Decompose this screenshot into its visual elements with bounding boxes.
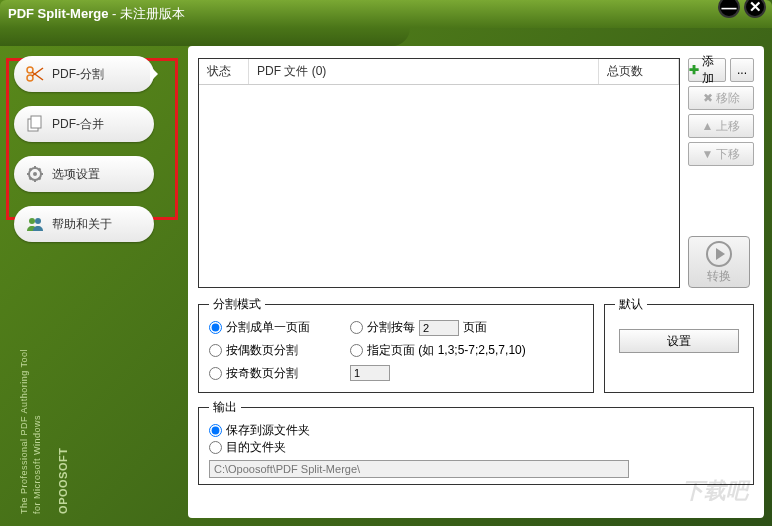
radio-single-page[interactable]: 分割成单一页面 bbox=[209, 319, 310, 336]
radio-every-n[interactable]: 分割按每 页面 bbox=[350, 319, 526, 336]
settings-button[interactable]: 设置 bbox=[619, 329, 739, 353]
radio-save-dest[interactable]: 目的文件夹 bbox=[209, 439, 743, 456]
move-down-button[interactable]: ▼ 下移 bbox=[688, 142, 754, 166]
svg-rect-5 bbox=[31, 116, 41, 128]
output-legend: 输出 bbox=[209, 399, 241, 416]
gear-icon bbox=[24, 163, 46, 185]
scissors-icon bbox=[24, 63, 46, 85]
titlebar: PDF Split-Merge - 未注册版本 — ✕ bbox=[0, 0, 772, 28]
move-up-button[interactable]: ▲ 上移 bbox=[688, 114, 754, 138]
svg-marker-11 bbox=[716, 248, 725, 260]
split-legend: 分割模式 bbox=[209, 296, 265, 313]
svg-point-7 bbox=[33, 172, 37, 176]
remove-button[interactable]: ✖ 移除 bbox=[688, 86, 754, 110]
radio-even-pages[interactable]: 按偶数页分割 bbox=[209, 342, 310, 359]
close-button[interactable]: ✕ bbox=[744, 0, 766, 18]
minimize-button[interactable]: — bbox=[718, 0, 740, 18]
output-path-input[interactable] bbox=[209, 460, 629, 478]
nav-label: PDF-合并 bbox=[52, 116, 104, 133]
documents-icon bbox=[24, 113, 46, 135]
nav-split[interactable]: PDF-分割 bbox=[14, 56, 154, 92]
col-status[interactable]: 状态 bbox=[199, 59, 249, 84]
radio-odd-pages[interactable]: 按奇数页分割 bbox=[209, 365, 310, 382]
col-pages[interactable]: 总页数 bbox=[599, 59, 679, 84]
nav-label: PDF-分割 bbox=[52, 66, 104, 83]
add-more-button[interactable]: ... bbox=[730, 58, 754, 82]
nav-merge[interactable]: PDF-合并 bbox=[14, 106, 154, 142]
col-file[interactable]: PDF 文件 (0) bbox=[249, 59, 599, 84]
window-title: PDF Split-Merge - 未注册版本 bbox=[8, 5, 185, 23]
file-list[interactable]: 状态 PDF 文件 (0) 总页数 bbox=[198, 58, 680, 288]
vertical-branding: The Professional PDF Authoring Tool for … bbox=[18, 349, 71, 514]
svg-point-8 bbox=[29, 218, 35, 224]
add-button[interactable]: ✚ 添加 bbox=[688, 58, 726, 82]
default-group: 默认 设置 bbox=[604, 296, 754, 393]
people-icon bbox=[24, 213, 46, 235]
split-mode-group: 分割模式 分割成单一页面 按偶数页分割 按奇数页分割 分割按每 页面 bbox=[198, 296, 594, 393]
output-group: 输出 保存到源文件夹 目的文件夹 bbox=[198, 399, 754, 485]
nav-help[interactable]: 帮助和关于 bbox=[14, 206, 154, 242]
svg-point-9 bbox=[35, 218, 41, 224]
nav-label: 帮助和关于 bbox=[52, 216, 112, 233]
nav-options[interactable]: 选项设置 bbox=[14, 156, 154, 192]
arrow-up-icon: ▲ bbox=[702, 119, 714, 133]
specified-input[interactable] bbox=[350, 365, 390, 381]
radio-save-source[interactable]: 保存到源文件夹 bbox=[209, 422, 743, 439]
nav-label: 选项设置 bbox=[52, 166, 100, 183]
default-legend: 默认 bbox=[615, 296, 647, 313]
sidebar: PDF-分割 PDF-合并 选项设置 帮助和关于 bbox=[0, 28, 188, 526]
main-panel: 状态 PDF 文件 (0) 总页数 ✚ 添加 ... ✖ bbox=[188, 46, 764, 518]
radio-specified[interactable]: 指定页面 (如 1,3;5-7;2,5,7,10) bbox=[350, 342, 526, 359]
every-n-input[interactable] bbox=[419, 320, 459, 336]
x-icon: ✖ bbox=[703, 91, 713, 105]
plus-icon: ✚ bbox=[689, 63, 699, 77]
convert-button[interactable]: 转换 bbox=[688, 236, 750, 288]
arrow-down-icon: ▼ bbox=[702, 147, 714, 161]
play-icon bbox=[705, 240, 733, 268]
watermark-text: 下载吧 bbox=[682, 476, 748, 506]
